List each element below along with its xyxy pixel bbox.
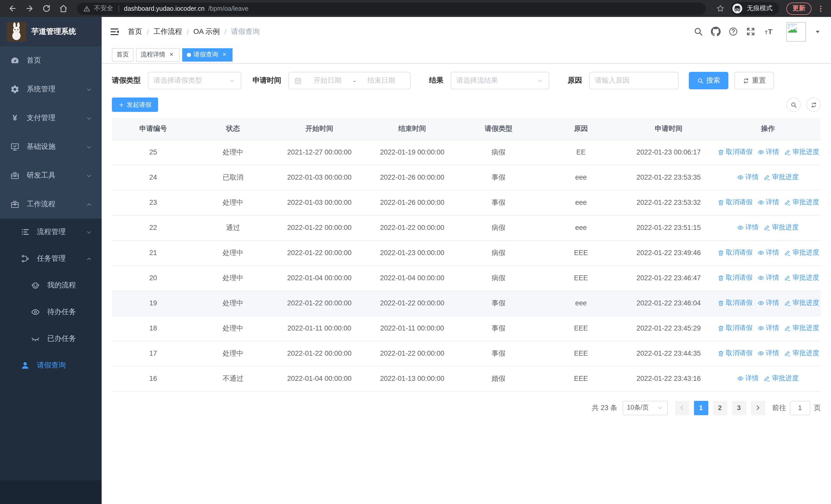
action-label: 详情 (766, 248, 779, 257)
page-button[interactable]: 1 (694, 401, 708, 415)
user-icon (21, 361, 30, 370)
close-icon[interactable]: × (221, 51, 228, 58)
sidebar-item[interactable]: 研发工具 (0, 161, 102, 190)
sidebar-item[interactable]: 已办任务 (0, 325, 102, 352)
page-prev-button[interactable] (675, 401, 689, 415)
refresh-table-button[interactable] (806, 97, 821, 112)
cell-start: 2022-01-22 00:00:00 (272, 215, 367, 240)
action-detail-link[interactable]: 详情 (757, 148, 779, 157)
action-detail-link[interactable]: 详情 (757, 298, 779, 308)
sidebar-item[interactable]: ¥支付管理 (0, 104, 102, 132)
browser-home-icon[interactable] (59, 4, 68, 13)
tab-active[interactable]: 请假查询× (182, 48, 232, 61)
sidebar-item[interactable]: 请假查询 (0, 352, 102, 379)
search-button[interactable]: 搜索 (689, 72, 728, 89)
browser-reload-icon[interactable] (42, 4, 51, 13)
action-cancel-link[interactable]: 取消请假 (718, 324, 752, 333)
breadcrumb-item[interactable]: OA 示例 (194, 27, 220, 36)
action-detail-link[interactable]: 详情 (737, 173, 758, 182)
close-icon[interactable]: × (168, 51, 175, 58)
sidebar-item[interactable]: 首页 (0, 46, 102, 75)
breadcrumb-item[interactable]: 首页 (128, 27, 142, 36)
edit-icon (784, 249, 791, 256)
action-detail-link[interactable]: 详情 (757, 324, 779, 333)
page-size-select[interactable]: 10条/页 (622, 401, 667, 415)
action-cancel-link[interactable]: 取消请假 (718, 198, 752, 207)
action-detail-link[interactable]: 详情 (757, 248, 779, 257)
browser-menu-icon[interactable] (816, 4, 825, 12)
cell-start: 2021-12-27 00:00:00 (272, 140, 367, 165)
cell-status: 已取消 (194, 165, 271, 190)
apply-time-range-input[interactable]: 开始日期 - 结束日期 (288, 72, 411, 89)
action-progress-link[interactable]: 审批进度 (784, 248, 819, 257)
action-detail-link[interactable]: 详情 (757, 273, 779, 283)
sidebar-item[interactable]: 系统管理 (0, 75, 102, 104)
action-progress-link[interactable]: 审批进度 (784, 148, 819, 157)
action-cancel-link[interactable]: 取消请假 (718, 349, 752, 358)
help-icon[interactable] (728, 27, 738, 36)
sidebar-item[interactable]: 任务管理 (0, 245, 102, 272)
browser-update-button[interactable]: 更新 (786, 2, 811, 14)
url-bar[interactable]: 不安全 dashboard.yudao.iocoder.cn/bpm/oa/le… (77, 2, 706, 14)
action-detail-link[interactable]: 详情 (757, 349, 779, 358)
cell-id: 22 (112, 215, 194, 240)
total-count: 共 23 条 (592, 403, 617, 412)
action-detail-link[interactable]: 详情 (737, 374, 758, 383)
action-cancel-link[interactable]: 取消请假 (718, 248, 752, 257)
sidebar-item[interactable]: 流程管理 (0, 219, 102, 245)
action-progress-link[interactable]: 审批进度 (764, 374, 799, 383)
reset-button[interactable]: 重置 (735, 72, 774, 89)
page-next-button[interactable] (751, 401, 765, 415)
action-progress-link[interactable]: 审批进度 (784, 198, 819, 207)
action-detail-link[interactable]: 详情 (737, 223, 758, 232)
action-progress-link[interactable]: 审批进度 (784, 298, 819, 308)
action-progress-link[interactable]: 审批进度 (784, 324, 819, 333)
table-row: 23处理中2022-01-03 00:00:002022-01-26 00:00… (112, 190, 821, 215)
browser-forward-icon[interactable] (25, 4, 34, 13)
pager: 123 (675, 401, 765, 415)
avatar[interactable] (786, 22, 806, 41)
logo-image (7, 22, 26, 41)
show-search-button[interactable] (786, 97, 801, 112)
action-cancel-link[interactable]: 取消请假 (718, 148, 752, 157)
fullscreen-icon[interactable] (746, 27, 755, 36)
sidebar-collapse-icon[interactable] (109, 26, 120, 37)
user-menu-caret-icon[interactable] (814, 28, 821, 35)
action-cancel-link[interactable]: 取消请假 (718, 273, 752, 283)
bookmark-star-icon[interactable] (716, 4, 725, 13)
cell-end: 2022-01-13 00:00:00 (367, 366, 457, 391)
action-progress-link[interactable]: 审批进度 (764, 223, 799, 232)
action-detail-link[interactable]: 详情 (757, 198, 779, 207)
breadcrumb-item[interactable]: 工作流程 (153, 27, 182, 36)
tab-item[interactable]: 首页 (112, 48, 134, 61)
github-icon[interactable] (711, 27, 721, 36)
page-button[interactable]: 3 (732, 401, 746, 415)
cell-end: 2022-01-22 00:00:00 (367, 291, 457, 316)
leave-type-select[interactable]: 请选择请假类型 (148, 72, 241, 89)
goto-page-input[interactable]: 1 (790, 401, 810, 415)
cell-reason: EEE (540, 240, 622, 265)
browser-back-icon[interactable] (8, 4, 17, 13)
sidebar-item[interactable]: 基础设施 (0, 132, 102, 161)
table-body: 25处理中2021-12-27 00:00:002022-01-19 00:00… (112, 140, 821, 391)
app: 芋道管理系统 首页系统管理¥支付管理基础设施研发工具工作流程流程管理任务管理我的… (0, 17, 831, 504)
trash-icon (718, 350, 724, 357)
sidebar-item[interactable]: 待办任务 (0, 299, 102, 325)
action-progress-link[interactable]: 审批进度 (784, 349, 819, 358)
tab-item[interactable]: 流程详情× (136, 48, 180, 61)
sidebar-item[interactable]: 工作流程 (0, 190, 102, 219)
page-button[interactable]: 2 (713, 401, 727, 415)
header-search-icon[interactable] (693, 27, 703, 36)
app-logo[interactable]: 芋道管理系统 (0, 17, 102, 46)
reason-input[interactable]: 请输入原因 (589, 72, 679, 89)
breadcrumb-separator: / (147, 27, 149, 36)
font-size-icon[interactable]: TT (763, 26, 776, 37)
trash-icon (718, 199, 724, 206)
action-cancel-link[interactable]: 取消请假 (718, 298, 752, 308)
cell-id: 24 (112, 165, 194, 190)
result-select[interactable]: 请选择流结果 (451, 72, 549, 89)
sidebar-item[interactable]: 我的流程 (0, 272, 102, 299)
action-progress-link[interactable]: 审批进度 (784, 273, 819, 283)
action-progress-link[interactable]: 审批进度 (764, 173, 799, 182)
create-leave-button[interactable]: 发起请假 (112, 97, 158, 112)
